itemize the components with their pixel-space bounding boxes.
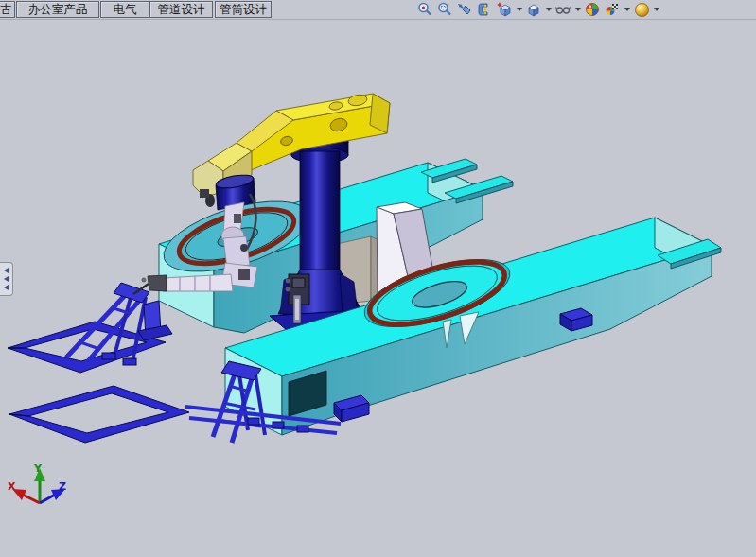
tab-tubing-design[interactable]: 管筒设计 <box>215 1 272 18</box>
hide-show-items-icon[interactable] <box>554 1 571 18</box>
edit-appearance-icon[interactable] <box>584 1 601 18</box>
feature-panel-expand-button[interactable] <box>0 262 13 296</box>
zoom-to-fit-icon[interactable] <box>416 1 433 18</box>
dropdown-arrow[interactable] <box>624 1 630 18</box>
apply-scene-icon[interactable] <box>604 1 621 18</box>
dropdown-arrow[interactable] <box>653 1 659 18</box>
viewport-3d[interactable]: Y X Z <box>0 0 756 557</box>
dropdown-arrow[interactable] <box>545 1 552 18</box>
welding-torch[interactable] <box>133 275 167 294</box>
view-orientation-icon[interactable] <box>496 1 513 18</box>
tab-partial[interactable]: 古 <box>0 1 15 18</box>
display-style-icon[interactable] <box>525 1 542 18</box>
tab-piping-design[interactable]: 管道设计 <box>149 1 213 18</box>
dropdown-arrow[interactable] <box>574 1 581 18</box>
z-axis-label: Z <box>59 480 66 493</box>
orientation-triad: Y X Z <box>8 462 66 503</box>
y-axis-label: Y <box>33 462 43 475</box>
tab-office-products[interactable]: 办公室产品 <box>16 1 99 18</box>
view-settings-icon[interactable] <box>633 1 650 18</box>
chevron-left-icon <box>4 268 9 273</box>
x-axis-label: X <box>8 480 16 493</box>
chevron-left-icon <box>4 276 9 282</box>
tab-electrical[interactable]: 电气 <box>100 1 149 18</box>
heads-up-view-toolbar <box>416 0 659 19</box>
previous-view-icon[interactable] <box>456 1 473 18</box>
section-view-icon[interactable] <box>476 1 493 18</box>
zoom-to-area-icon[interactable] <box>436 1 453 18</box>
command-manager-toolbar: 古 办公室产品 电气 管道设计 管筒设计 <box>0 0 756 20</box>
dropdown-arrow[interactable] <box>516 1 522 18</box>
trestle-back[interactable] <box>8 283 166 373</box>
chevron-left-icon <box>4 285 9 290</box>
